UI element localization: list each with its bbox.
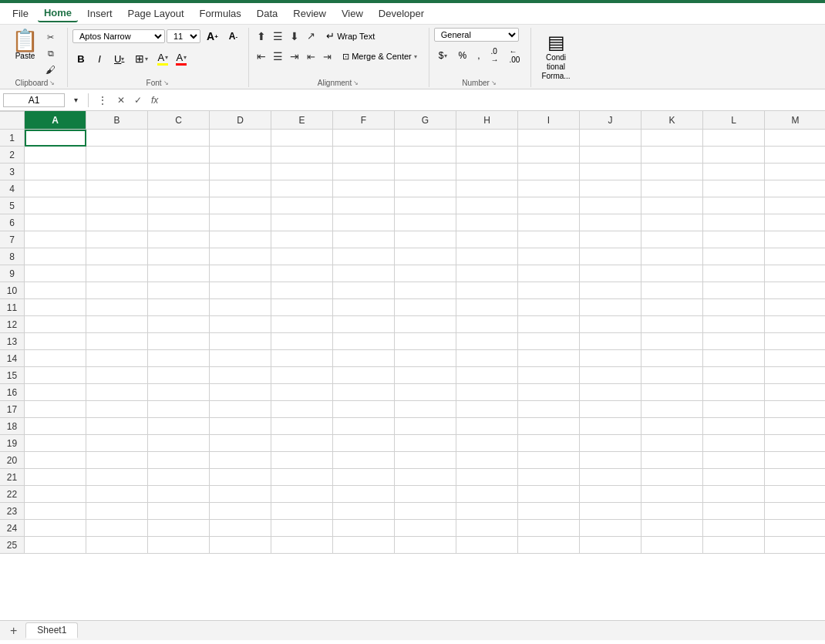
cell-E13[interactable] [271, 333, 333, 350]
cell-H12[interactable] [456, 316, 518, 333]
cell-D18[interactable] [210, 418, 271, 435]
cell-H25[interactable] [456, 537, 518, 554]
cell-G15[interactable] [395, 367, 456, 384]
row-header-15[interactable]: 15 [0, 367, 25, 384]
cell-G5[interactable] [395, 197, 456, 214]
cell-K11[interactable] [641, 299, 703, 316]
cell-K25[interactable] [641, 537, 703, 554]
cell-M4[interactable] [765, 180, 825, 197]
cell-H17[interactable] [456, 401, 518, 418]
cell-J1[interactable] [580, 130, 641, 147]
cell-F23[interactable] [333, 503, 395, 520]
cell-C6[interactable] [148, 214, 210, 231]
cell-J19[interactable] [580, 435, 641, 452]
formula-cancel-button[interactable]: ✕ [113, 93, 129, 107]
merge-center-button[interactable]: ⊡ Merge & Center ▾ [337, 49, 423, 64]
cell-M5[interactable] [765, 197, 825, 214]
cell-I16[interactable] [518, 384, 580, 401]
formula-confirm-button[interactable]: ✓ [130, 93, 146, 107]
cell-G4[interactable] [395, 180, 456, 197]
cell-C22[interactable] [148, 486, 210, 503]
cell-I24[interactable] [518, 520, 580, 537]
cell-M6[interactable] [765, 214, 825, 231]
cell-M14[interactable] [765, 350, 825, 367]
cell-D10[interactable] [210, 282, 271, 299]
cell-F6[interactable] [333, 214, 395, 231]
cell-A9[interactable] [25, 265, 86, 282]
cell-C21[interactable] [148, 469, 210, 486]
cell-L13[interactable] [703, 333, 765, 350]
cell-G19[interactable] [395, 435, 456, 452]
cell-F5[interactable] [333, 197, 395, 214]
cell-M2[interactable] [765, 147, 825, 164]
cell-J20[interactable] [580, 452, 641, 469]
cell-G3[interactable] [395, 164, 456, 180]
cell-H10[interactable] [456, 282, 518, 299]
cell-L17[interactable] [703, 401, 765, 418]
cell-A20[interactable] [25, 452, 86, 469]
cell-H22[interactable] [456, 486, 518, 503]
cell-I14[interactable] [518, 350, 580, 367]
cell-I18[interactable] [518, 418, 580, 435]
cell-M24[interactable] [765, 520, 825, 537]
decrease-indent-button[interactable]: ⇤ [303, 49, 318, 64]
font-shrink-button[interactable]: A- [224, 28, 242, 45]
cell-H23[interactable] [456, 503, 518, 520]
cell-M22[interactable] [765, 486, 825, 503]
row-header-20[interactable]: 20 [0, 452, 25, 469]
cell-H15[interactable] [456, 367, 518, 384]
cell-M10[interactable] [765, 282, 825, 299]
cell-J11[interactable] [580, 299, 641, 316]
cell-I21[interactable] [518, 469, 580, 486]
cell-B18[interactable] [86, 418, 148, 435]
cell-J14[interactable] [580, 350, 641, 367]
cell-G12[interactable] [395, 316, 456, 333]
cell-A14[interactable] [25, 350, 86, 367]
cell-L20[interactable] [703, 452, 765, 469]
cell-E2[interactable] [271, 147, 333, 164]
col-header-k[interactable]: K [641, 111, 703, 130]
cell-C19[interactable] [148, 435, 210, 452]
cell-E17[interactable] [271, 401, 333, 418]
cell-I10[interactable] [518, 282, 580, 299]
cell-D8[interactable] [210, 248, 271, 265]
cell-A8[interactable] [25, 248, 86, 265]
dec-increase-button[interactable]: ←.00 [505, 47, 525, 64]
cell-B4[interactable] [86, 180, 148, 197]
row-header-22[interactable]: 22 [0, 486, 25, 503]
cell-H1[interactable] [456, 130, 518, 147]
cell-F16[interactable] [333, 384, 395, 401]
cell-B12[interactable] [86, 316, 148, 333]
cell-L4[interactable] [703, 180, 765, 197]
cell-J15[interactable] [580, 367, 641, 384]
corner-cell[interactable] [0, 111, 25, 130]
cell-F25[interactable] [333, 537, 395, 554]
cell-G10[interactable] [395, 282, 456, 299]
col-header-h[interactable]: H [456, 111, 518, 130]
cell-K21[interactable] [641, 469, 703, 486]
col-header-l[interactable]: L [703, 111, 765, 130]
cell-L3[interactable] [703, 164, 765, 180]
cell-J25[interactable] [580, 537, 641, 554]
cell-C4[interactable] [148, 180, 210, 197]
cell-G21[interactable] [395, 469, 456, 486]
cell-H7[interactable] [456, 231, 518, 248]
cell-A11[interactable] [25, 299, 86, 316]
cell-D15[interactable] [210, 367, 271, 384]
row-header-3[interactable]: 3 [0, 164, 25, 180]
cell-J7[interactable] [580, 231, 641, 248]
cell-A23[interactable] [25, 503, 86, 520]
cell-G20[interactable] [395, 452, 456, 469]
cell-D19[interactable] [210, 435, 271, 452]
cell-G18[interactable] [395, 418, 456, 435]
cell-reference-box[interactable]: A1 [3, 93, 65, 107]
cell-A7[interactable] [25, 231, 86, 248]
cell-J22[interactable] [580, 486, 641, 503]
name-box-expand[interactable]: ▾ [68, 93, 83, 108]
cell-F2[interactable] [333, 147, 395, 164]
cell-B5[interactable] [86, 197, 148, 214]
row-header-1[interactable]: 1 [0, 130, 25, 147]
cell-C3[interactable] [148, 164, 210, 180]
cell-L6[interactable] [703, 214, 765, 231]
cell-E7[interactable] [271, 231, 333, 248]
